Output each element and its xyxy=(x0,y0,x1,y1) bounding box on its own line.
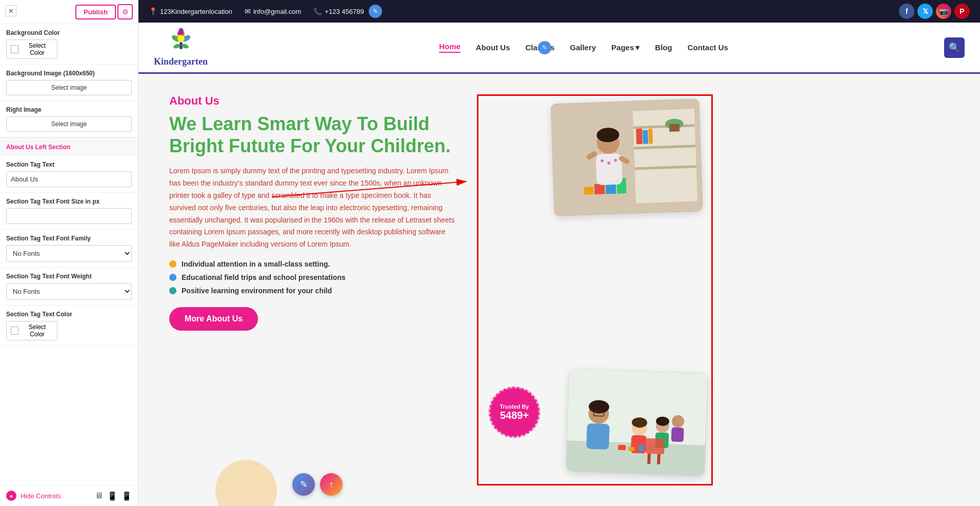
about-left: About Us We Learn Smart Way To Build Bri… xyxy=(169,94,456,485)
hide-controls-button[interactable]: Hide Controls xyxy=(21,492,61,500)
logo-svg xyxy=(166,28,196,56)
section-tag-text-section: Section Tag Text xyxy=(0,156,138,193)
child-image xyxy=(550,98,703,216)
font-size-label: Section Tag Text Font Size in px xyxy=(6,198,132,205)
svg-rect-16 xyxy=(636,129,643,144)
right-image-section: Right Image Select image xyxy=(0,101,138,137)
trusted-badge: Trusted By 5489+ xyxy=(489,387,540,438)
tag-color-label: Section Tag Text Color xyxy=(6,311,132,318)
font-family-label: Section Tag Text Font Family xyxy=(6,235,132,242)
bullet-list: Individual attention in a small-class se… xyxy=(169,260,456,295)
hide-dot: ● xyxy=(6,491,16,501)
nav-about[interactable]: About Us xyxy=(476,43,510,52)
select-right-image-button[interactable]: Select image xyxy=(6,116,132,132)
svg-point-5 xyxy=(177,35,185,42)
teacher-image xyxy=(566,369,708,476)
email-text: info@gmail.com xyxy=(253,8,301,15)
email-icon: ✉ xyxy=(245,7,251,15)
background-image-section: Background Image (1600x650) Select image xyxy=(0,65,138,101)
section-tag-text-label: Section Tag Text xyxy=(6,161,132,168)
font-family-section: Section Tag Text Font Family No Fonts xyxy=(0,230,138,268)
phone-text: +123 456789 xyxy=(325,8,364,15)
bg-image-label: Background Image (1600x650) xyxy=(6,70,132,77)
search-button[interactable]: 🔍 xyxy=(944,37,965,58)
teacher-image-placeholder xyxy=(566,369,708,476)
edit-fab-button[interactable]: ✎ xyxy=(292,473,315,496)
bullet-item-2: Educational field trips and school prese… xyxy=(169,273,456,281)
mobile-view-icon[interactable]: 📱 xyxy=(122,491,132,501)
tablet-view-icon[interactable]: 📱 xyxy=(107,491,117,501)
svg-rect-10 xyxy=(633,109,697,203)
phone-icon: 📞 xyxy=(313,7,322,15)
about-section: About Us We Learn Smart Way To Build Bri… xyxy=(138,74,980,506)
svg-rect-49 xyxy=(646,438,665,454)
svg-rect-46 xyxy=(618,445,626,451)
nav-home[interactable]: Home xyxy=(439,42,461,53)
email-item: ✉ info@gmail.com xyxy=(245,7,301,15)
font-size-section: Section Tag Text Font Size in px xyxy=(0,193,138,230)
divider-label: About Us Left Section xyxy=(6,144,70,151)
font-weight-section: Section Tag Text Font Weight No Fonts xyxy=(0,268,138,306)
nav-links: Home About Us Classes Gallery Pages ▾ Bl… xyxy=(228,42,939,53)
section-tag-text-input[interactable] xyxy=(6,171,132,187)
navbar-edit-button[interactable]: ✎ xyxy=(538,41,551,54)
svg-rect-18 xyxy=(648,129,653,144)
view-icons: 🖥 📱 📱 xyxy=(95,491,132,501)
svg-rect-26 xyxy=(596,153,623,185)
font-weight-label: Section Tag Text Font Weight xyxy=(6,273,132,280)
bullet-dot-2 xyxy=(169,274,176,281)
bullet-dot-3 xyxy=(169,287,176,294)
select-tag-color-button[interactable]: Select Color xyxy=(6,321,57,340)
refresh-fab-button[interactable]: ↑ xyxy=(320,473,343,496)
phone-edit-button[interactable]: ✎ xyxy=(369,5,382,18)
more-about-us-button[interactable]: More About Us xyxy=(169,307,258,331)
gear-button[interactable]: ⚙ xyxy=(117,4,133,19)
bullet-text-3: Positive learning environment for your c… xyxy=(182,287,332,295)
section-heading: We Learn Smart Way To Build Bright Futut… xyxy=(169,113,456,157)
trusted-label: Trusted By xyxy=(500,403,529,410)
location-item: 📍 123Kindergartenlocation xyxy=(149,7,232,15)
svg-rect-22 xyxy=(584,187,594,195)
select-bg-image-button[interactable]: Select image xyxy=(6,80,132,95)
nav-blog[interactable]: Blog xyxy=(655,43,672,52)
facebook-button[interactable]: f xyxy=(899,4,914,19)
publish-button[interactable]: Publish xyxy=(75,5,116,19)
font-family-select[interactable]: No Fonts xyxy=(6,245,132,262)
location-icon: 📍 xyxy=(149,7,157,15)
tag-color-swatch xyxy=(11,327,18,335)
nav-pages-label: Pages xyxy=(611,43,634,52)
nav-pages[interactable]: Pages ▾ xyxy=(611,43,639,52)
instagram-button[interactable]: 📷 xyxy=(936,4,951,19)
select-color-label: Select Color xyxy=(22,42,53,56)
svg-rect-15 xyxy=(669,124,680,132)
close-button[interactable]: ✕ xyxy=(5,5,16,16)
nav-gallery[interactable]: Gallery xyxy=(570,43,596,52)
trusted-count: 5489+ xyxy=(500,410,529,421)
pinterest-button[interactable]: P xyxy=(954,4,970,19)
bullet-item-1: Individual attention in a small-class se… xyxy=(169,260,456,268)
child-image-placeholder xyxy=(550,98,703,216)
svg-rect-17 xyxy=(643,130,648,144)
bullet-text-1: Individual attention in a small-class se… xyxy=(182,260,330,268)
search-icon: 🔍 xyxy=(949,42,960,53)
section-divider: About Us Left Section xyxy=(0,137,138,156)
top-bar: 📍 123Kindergartenlocation ✉ info@gmail.c… xyxy=(138,0,980,23)
svg-rect-45 xyxy=(671,427,684,442)
tag-color-section: Section Tag Text Color Select Color xyxy=(0,306,138,346)
main-content: 📍 123Kindergartenlocation ✉ info@gmail.c… xyxy=(138,0,980,506)
section-tag: About Us xyxy=(169,94,456,108)
logo-text: Kindergarten xyxy=(154,56,208,67)
svg-rect-50 xyxy=(647,454,651,464)
desktop-view-icon[interactable]: 🖥 xyxy=(95,491,103,501)
location-text: 123Kindergartenlocation xyxy=(160,8,232,15)
font-weight-select[interactable]: No Fonts xyxy=(6,283,132,300)
nav-contact[interactable]: Contact Us xyxy=(688,43,728,52)
publish-bar: Publish ⚙ xyxy=(0,0,138,24)
svg-rect-51 xyxy=(657,454,661,464)
font-size-input[interactable] xyxy=(6,208,132,224)
select-color-button[interactable]: Select Color xyxy=(6,39,57,59)
chevron-down-icon: ▾ xyxy=(635,43,639,52)
twitter-button[interactable]: 𝕏 xyxy=(917,4,933,19)
select-tag-color-label: Select Color xyxy=(22,323,53,338)
bullet-item-3: Positive learning environment for your c… xyxy=(169,287,456,295)
